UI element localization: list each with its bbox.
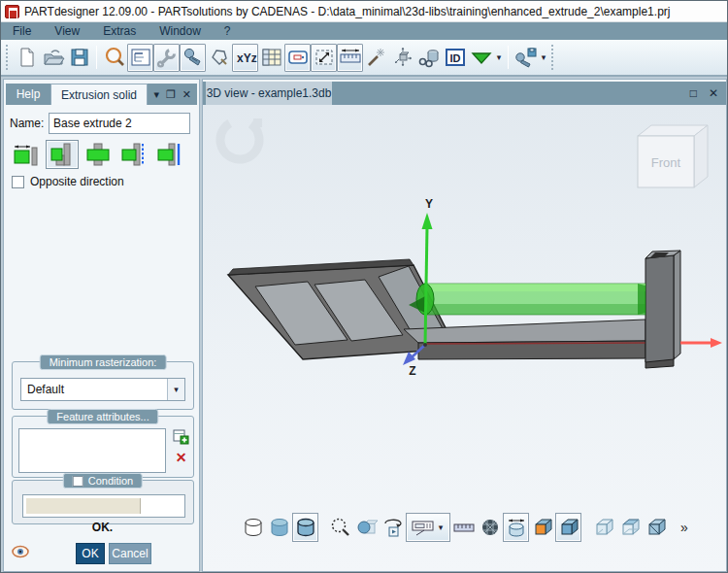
direction-caret[interactable]: ▾: [494, 52, 504, 62]
main-toolbar: xYz: [1, 40, 728, 77]
render-sphere-button[interactable]: [353, 513, 380, 542]
name-input[interactable]: [49, 113, 190, 134]
panel-caret-down-icon[interactable]: ▾: [153, 89, 159, 100]
toolbar-overflow[interactable]: »: [680, 520, 688, 535]
menu-extras[interactable]: Extras: [91, 22, 148, 40]
save-button[interactable]: [66, 44, 92, 72]
panel-close-icon[interactable]: ✕: [182, 89, 191, 100]
extrude-depth-icon: [13, 142, 40, 167]
screw-save-caret[interactable]: ▾: [539, 52, 548, 62]
menu-file[interactable]: File: [1, 22, 43, 40]
extrude-to-next-button[interactable]: [46, 140, 79, 169]
menu-window[interactable]: Window: [148, 22, 213, 40]
extrude-symmetric-button[interactable]: [82, 140, 115, 169]
ruler-button[interactable]: [450, 513, 477, 542]
dimension-mode-caret[interactable]: ▾: [436, 522, 446, 532]
measure-button[interactable]: [337, 44, 363, 72]
cylinder-shaded-button[interactable]: [266, 513, 292, 542]
solid-cube-icon: [557, 516, 580, 539]
screw-button[interactable]: [180, 44, 206, 72]
id-button[interactable]: ID: [442, 44, 468, 72]
extrusion-type-row: [10, 140, 186, 169]
viewport[interactable]: Front: [203, 105, 726, 571]
face-highlight-cube-button[interactable]: [529, 513, 555, 542]
cylinder-wireframe-button[interactable]: [240, 513, 266, 542]
wrench-button[interactable]: [153, 44, 180, 72]
edge-cube-button[interactable]: [643, 513, 669, 542]
view3d-tab-bar: 3D view - example1.3db □ ✕: [203, 82, 726, 105]
dimension-mode-dropdown[interactable]: ▾: [406, 513, 450, 542]
view3d-maximize-icon[interactable]: □: [690, 86, 697, 100]
min-rasterization-header: Minimum rasterization:: [40, 354, 167, 370]
dropdown-caret-icon[interactable]: ▾: [167, 379, 184, 400]
cylinder-shaded-edges-button[interactable]: [292, 513, 318, 542]
mesh-sphere-icon: [479, 516, 502, 539]
search-icon: [102, 45, 126, 70]
extrusion-preview[interactable]: [409, 284, 645, 315]
condition-group: Condition: [12, 480, 194, 524]
magic-wand-button[interactable]: [363, 44, 389, 72]
new-file-button[interactable]: [14, 44, 40, 72]
half-transparent-cube-button[interactable]: [616, 513, 643, 542]
tab-help[interactable]: Help: [6, 84, 50, 105]
explode-view-button[interactable]: [389, 44, 415, 72]
view3d-toolbar: ▾: [240, 513, 688, 542]
id-badge-icon: ID: [444, 46, 467, 69]
sketch-button[interactable]: [206, 44, 232, 72]
animation-rotate-button[interactable]: [380, 513, 406, 542]
ruler-small-icon: [452, 516, 476, 539]
tab-3d-view[interactable]: 3D view - example1.3db: [206, 82, 332, 105]
cylinder-wireframe-icon: [242, 516, 265, 539]
table-icon: [260, 46, 283, 69]
rasterization-dropdown[interactable]: Default ▾: [20, 378, 185, 401]
table-button[interactable]: [258, 44, 284, 72]
preview-eye-icon[interactable]: [12, 545, 29, 558]
variables-button[interactable]: xYz: [232, 44, 258, 72]
transparent-cube-button[interactable]: [590, 513, 616, 542]
view-cube-front-label[interactable]: Front: [651, 155, 681, 170]
search-button[interactable]: [101, 44, 127, 72]
open-file-button[interactable]: [40, 44, 66, 72]
svg-text:xYz: xYz: [237, 51, 257, 65]
menu-bar: File View Extras Window ?: [1, 22, 728, 40]
tree-view-icon: [129, 46, 152, 69]
mesh-sphere-button[interactable]: [477, 513, 503, 542]
add-attribute-icon[interactable]: [173, 428, 189, 445]
tab-extrusion-solid[interactable]: Extrusion solid: [50, 84, 148, 105]
condition-checkbox[interactable]: [73, 476, 83, 487]
opposite-direction-checkbox[interactable]: [12, 176, 24, 188]
cancel-button[interactable]: Cancel: [109, 543, 151, 564]
zoom-select-button[interactable]: [327, 513, 353, 542]
animation-rotate-icon: [381, 516, 405, 539]
svg-text:ID: ID: [449, 52, 460, 64]
screw-save-icon: [513, 46, 538, 69]
rotate-widget-icon[interactable]: [213, 113, 267, 167]
panel-float-icon[interactable]: ❐: [166, 89, 176, 100]
screw-save-button[interactable]: [513, 44, 539, 72]
menu-view[interactable]: View: [43, 22, 91, 40]
link-cylinder-button[interactable]: [415, 44, 442, 72]
extrude-to-next-icon: [49, 142, 76, 167]
tree-view-button[interactable]: [127, 44, 153, 72]
ok-button[interactable]: OK: [76, 543, 105, 564]
extrude-to-surface-icon: [120, 142, 148, 167]
feature-attributes-list[interactable]: [18, 428, 166, 473]
3d-scene[interactable]: Front: [203, 105, 726, 571]
view-cube[interactable]: Front: [638, 125, 708, 187]
cylinder-measure-button[interactable]: [503, 513, 529, 542]
extrude-through-all-button[interactable]: [153, 140, 186, 169]
cylinder-shaded-icon: [268, 516, 291, 539]
area-scale-button[interactable]: [311, 44, 337, 72]
direction-triangle-button[interactable]: [468, 44, 494, 72]
solid-cube-button[interactable]: [555, 513, 581, 542]
delete-attribute-icon[interactable]: ✕: [173, 451, 189, 464]
dimension-button[interactable]: [284, 44, 311, 72]
menu-help[interactable]: ?: [213, 22, 243, 40]
view3d-close-icon[interactable]: ✕: [709, 86, 718, 100]
x-axis-dark: [426, 343, 645, 344]
extrude-depth-button[interactable]: [10, 140, 43, 169]
wrench-icon: [155, 46, 179, 69]
feature-attributes-header[interactable]: Feature attributes...: [47, 409, 158, 424]
extrude-to-surface-button[interactable]: [117, 140, 150, 169]
transparent-cube-icon: [592, 516, 615, 539]
